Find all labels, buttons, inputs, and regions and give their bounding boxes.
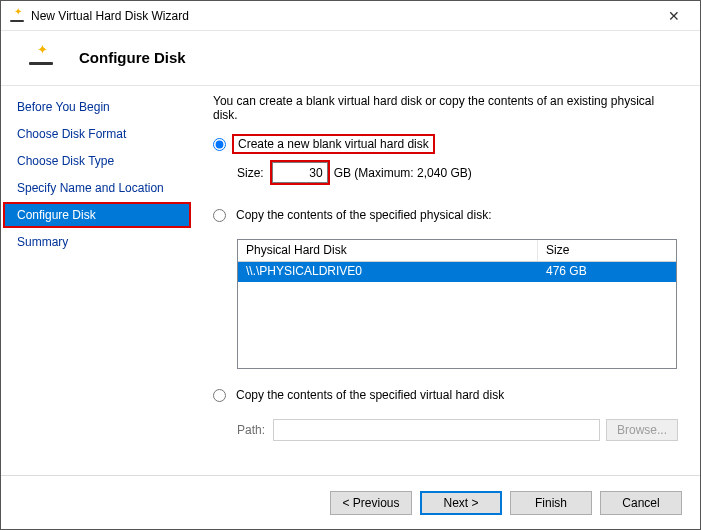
page-title: Configure Disk (79, 49, 186, 66)
step-choose-disk-format[interactable]: Choose Disk Format (3, 121, 191, 147)
radio-create-blank[interactable] (213, 138, 226, 151)
window-title: New Virtual Hard Disk Wizard (31, 9, 654, 23)
step-summary[interactable]: Summary (3, 229, 191, 255)
disk-icon (27, 47, 55, 67)
body: Before You Begin Choose Disk Format Choo… (1, 85, 700, 475)
wizard-icon (9, 8, 25, 24)
size-input[interactable] (272, 162, 328, 183)
option-physical-row: Copy the contents of the specified physi… (213, 207, 678, 223)
path-row: Path: Browse... (237, 419, 678, 441)
titlebar: New Virtual Hard Disk Wizard ✕ (1, 1, 700, 31)
step-configure-disk[interactable]: Configure Disk (3, 202, 191, 228)
radio-copy-vhd-label[interactable]: Copy the contents of the specified virtu… (232, 387, 508, 403)
next-button[interactable]: Next > (420, 491, 502, 515)
previous-button[interactable]: < Previous (330, 491, 412, 515)
cancel-button[interactable]: Cancel (600, 491, 682, 515)
step-specify-name-location[interactable]: Specify Name and Location (3, 175, 191, 201)
intro-text: You can create a blank virtual hard disk… (213, 94, 678, 122)
close-button[interactable]: ✕ (654, 2, 694, 30)
wizard-window: New Virtual Hard Disk Wizard ✕ Configure… (0, 0, 701, 530)
step-choose-disk-type[interactable]: Choose Disk Type (3, 148, 191, 174)
radio-copy-physical-label[interactable]: Copy the contents of the specified physi… (232, 207, 495, 223)
browse-button: Browse... (606, 419, 678, 441)
size-unit-text: GB (Maximum: 2,040 GB) (334, 166, 472, 180)
col-disk[interactable]: Physical Hard Disk (238, 240, 538, 261)
radio-copy-physical[interactable] (213, 209, 226, 222)
finish-button[interactable]: Finish (510, 491, 592, 515)
main-panel: You can create a blank virtual hard disk… (193, 86, 700, 475)
option-blank-row: Create a new blank virtual hard disk (213, 136, 678, 152)
option-vhd-row: Copy the contents of the specified virtu… (213, 387, 678, 403)
page-header: Configure Disk (1, 31, 700, 85)
size-row: Size: GB (Maximum: 2,040 GB) (237, 162, 678, 183)
table-row[interactable]: \\.\PHYSICALDRIVE0 476 GB (238, 262, 676, 282)
cell-size: 476 GB (538, 262, 676, 282)
physical-disk-table: Physical Hard Disk Size \\.\PHYSICALDRIV… (237, 239, 677, 369)
size-label: Size: (237, 166, 264, 180)
path-input (273, 419, 600, 441)
wizard-steps: Before You Begin Choose Disk Format Choo… (1, 86, 193, 475)
path-label: Path: (237, 423, 273, 437)
col-size[interactable]: Size (538, 240, 676, 261)
cell-disk: \\.\PHYSICALDRIVE0 (238, 262, 538, 282)
radio-create-blank-label[interactable]: Create a new blank virtual hard disk (232, 134, 435, 154)
radio-copy-vhd[interactable] (213, 389, 226, 402)
table-header: Physical Hard Disk Size (238, 240, 676, 262)
footer: < Previous Next > Finish Cancel (1, 475, 700, 529)
step-before-you-begin[interactable]: Before You Begin (3, 94, 191, 120)
